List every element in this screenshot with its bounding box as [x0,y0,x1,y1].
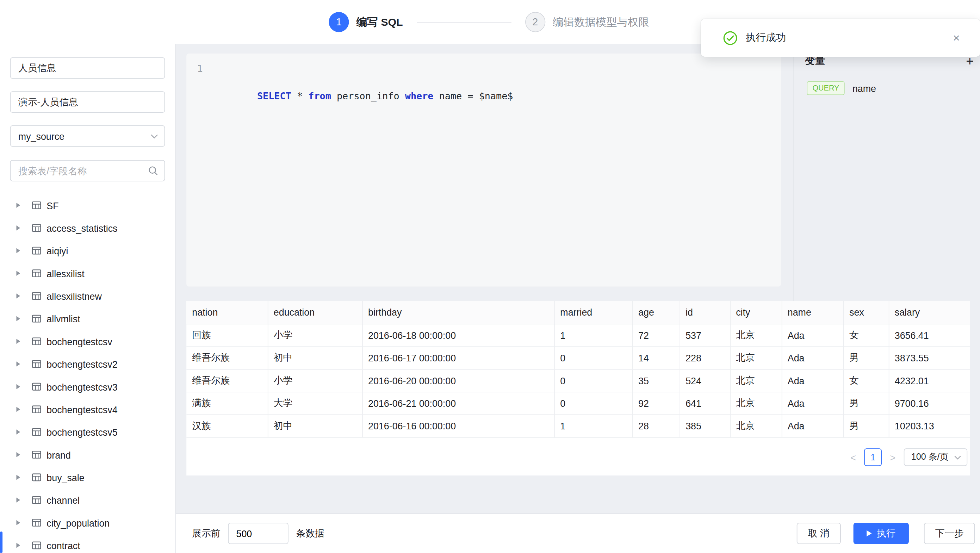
caret-right-icon[interactable] [16,543,20,548]
sql-token: where [405,91,434,102]
pagination: < 1 > 100 条/页 [849,448,968,466]
table-cell: Ada [782,369,843,392]
table-icon [31,313,41,324]
search-icon [148,165,158,176]
table-tree-item[interactable]: contract [10,534,165,553]
table-cell: 北京 [730,369,782,392]
toast-close-button[interactable]: × [953,32,960,44]
table-cell: 0 [554,392,632,414]
table-icon [31,540,41,551]
table-cell: 回族 [186,324,268,346]
table-search-input[interactable] [10,160,165,181]
caret-right-icon[interactable] [16,248,20,253]
sql-token: person_info [331,91,405,102]
caret-right-icon[interactable] [16,475,20,480]
dataset-display-name-input[interactable] [10,91,165,113]
dataset-name-input[interactable] [10,57,165,79]
caret-right-icon[interactable] [16,452,20,457]
caret-right-icon[interactable] [16,429,20,434]
table-name: buy_sale [46,472,84,483]
table-cell: 北京 [730,414,782,437]
table-cell: 汉族 [186,414,268,437]
column-header: birthday [362,301,554,324]
table-cell: 北京 [730,324,782,346]
caret-right-icon[interactable] [16,497,20,502]
variables-list: QUERY name [794,67,980,95]
step-connector [417,22,511,22]
table-cell: 641 [679,392,730,414]
table-row: 维吾尔族小学2016-06-20 00:00:00035524北京Ada女423… [186,369,970,392]
table-cell: 1 [554,324,632,346]
table-name: allesxilist [46,268,84,279]
table-tree-item[interactable]: SF [10,194,165,217]
caret-right-icon[interactable] [16,384,20,389]
table-cell: 2016-06-20 00:00:00 [362,369,554,392]
row-limit-input[interactable] [228,523,288,544]
row-limit-group: 展示前 条数据 [192,523,324,544]
result-panel: nationeducationbirthdaymarriedageidcityn… [186,301,970,475]
table-tree-item[interactable]: buy_sale [10,466,165,489]
caret-right-icon[interactable] [16,339,20,344]
table-cell: 72 [632,324,679,346]
table-tree-item[interactable]: bochengtestcsv [10,330,165,353]
table-tree-item[interactable]: bochengtestcsv3 [10,375,165,398]
cancel-button[interactable]: 取 消 [797,523,840,544]
play-icon [867,530,872,536]
page-size-value: 100 条/页 [911,451,949,463]
column-header: married [554,301,632,324]
line-number: 1 [186,62,202,103]
table-cell: 男 [843,392,889,414]
step-1-number: 1 [329,12,349,32]
caret-right-icon[interactable] [16,226,20,230]
table-tree-item[interactable]: bochengtestcsv4 [10,398,165,421]
table-tree-item[interactable]: allesxilist [10,262,165,284]
table-tree-item[interactable]: brand [10,443,165,466]
variables-panel: 变量 + QUERY name [793,44,980,301]
step-1: 1 编写 SQL [329,12,402,32]
table-icon [31,495,41,505]
table-cell: 14 [632,346,679,369]
caret-right-icon[interactable] [16,271,20,276]
table-tree-item[interactable]: city_population [10,512,165,534]
page-button-1[interactable]: 1 [864,448,882,466]
column-header: nation [186,301,268,324]
table-name: SF [46,200,59,211]
caret-right-icon[interactable] [16,316,20,321]
next-page-button[interactable]: > [889,452,897,462]
datasource-select[interactable]: my_source [10,126,165,147]
table-tree-item[interactable]: bochengtestcsv2 [10,353,165,375]
page-size-select[interactable]: 100 条/页 [904,448,967,466]
caret-right-icon[interactable] [16,361,20,366]
caret-right-icon[interactable] [16,520,20,525]
table-tree-item[interactable]: bochengtestcsv5 [10,421,165,443]
table-icon [31,223,41,233]
table-cell: 537 [679,324,730,346]
table-name: bochengtestcsv2 [46,359,117,369]
caret-right-icon[interactable] [16,293,20,298]
run-button[interactable]: 执行 [854,523,909,544]
table-cell: 初中 [268,414,362,437]
table-cell: Ada [782,392,843,414]
table-icon [31,291,41,301]
caret-right-icon[interactable] [16,407,20,412]
result-table: nationeducationbirthdaymarriedageidcityn… [186,301,970,437]
next-step-button[interactable]: 下一步 [924,523,975,544]
table-tree-item[interactable]: access_statistics [10,217,165,239]
table-name: bochengtestcsv [46,336,112,346]
table-tree-item[interactable]: allesxilistnew [10,284,165,307]
table-tree-item[interactable]: channel [10,489,165,511]
prev-page-button[interactable]: < [849,452,858,462]
table-tree-item[interactable]: allvmlist [10,307,165,330]
table-cell: 满族 [186,392,268,414]
table-cell: 228 [679,346,730,369]
sql-code-line: 1 SELECT * from person_info where name =… [186,62,781,103]
table-tree-item[interactable]: aiqiyi [10,239,165,262]
sql-token: from [308,91,331,102]
caret-right-icon[interactable] [16,203,20,208]
table-cell: 2016-06-17 00:00:00 [362,346,554,369]
table-cell: 35 [632,369,679,392]
sql-editor[interactable]: 1 SELECT * from person_info where name =… [186,54,781,287]
table-name: bochengtestcsv4 [46,404,117,415]
table-cell: 3656.41 [889,324,970,346]
sidebar-scrollbar-thumb[interactable] [0,532,2,553]
